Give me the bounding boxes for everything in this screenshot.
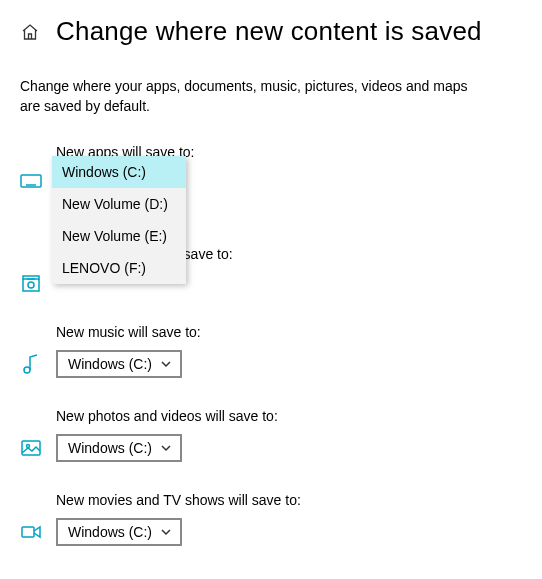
movies-drive-value: Windows (C:) [68,524,152,540]
photos-label: New photos and videos will save to: [56,408,522,424]
svg-point-12 [28,282,34,288]
page-title: Change where new content is saved [56,16,482,47]
page-description: Change where your apps, documents, music… [20,77,490,116]
drive-option-e[interactable]: New Volume (E:) [52,220,186,252]
movies-label: New movies and TV shows will save to: [56,492,522,508]
music-drive-dropdown[interactable]: Windows (C:) [56,350,182,378]
documents-icon [20,272,42,294]
movies-drive-dropdown[interactable]: Windows (C:) [56,518,182,546]
photos-drive-dropdown[interactable]: Windows (C:) [56,434,182,462]
chevron-down-icon [160,442,172,454]
chevron-down-icon [160,526,172,538]
apps-drive-menu[interactable]: Windows (C:) New Volume (D:) New Volume … [52,156,186,284]
svg-rect-16 [22,527,34,537]
chevron-down-icon [160,358,172,370]
photos-drive-value: Windows (C:) [68,440,152,456]
drive-option-c[interactable]: Windows (C:) [52,156,186,188]
apps-icon [20,170,42,192]
music-icon [20,353,42,375]
documents-label-fragment: save to: [184,246,233,262]
drive-option-d[interactable]: New Volume (D:) [52,188,186,220]
music-label: New music will save to: [56,324,522,340]
photos-icon [20,437,42,459]
svg-point-15 [27,445,30,448]
home-icon[interactable] [20,22,40,42]
svg-point-13 [24,367,30,373]
movies-icon [20,521,42,543]
music-drive-value: Windows (C:) [68,356,152,372]
drive-option-f[interactable]: LENOVO (F:) [52,252,186,284]
